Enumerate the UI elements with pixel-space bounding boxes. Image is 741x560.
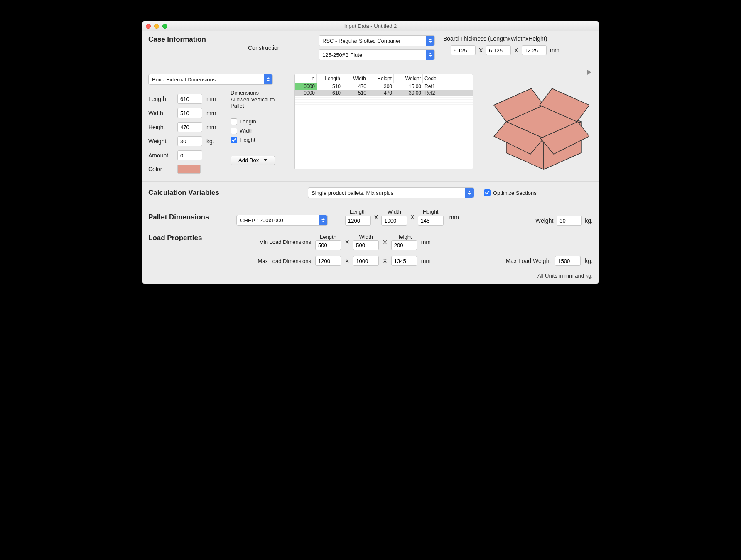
load-width-hdr: Width — [359, 234, 373, 240]
pallet-section: Pallet Dimensions CHEP 1200x1000 Length … — [148, 204, 593, 230]
bt-length-input[interactable] — [451, 45, 476, 55]
x-label: X — [345, 258, 349, 264]
amount-label: Amount — [148, 152, 177, 159]
box-dimensions-select[interactable]: Box - External Dimensions — [148, 74, 273, 85]
cell-n: 0000 — [295, 90, 317, 96]
cell-weight: 15.00 — [394, 83, 423, 90]
unit-kg: kg. — [585, 258, 593, 264]
th-code: Code — [423, 74, 448, 83]
board-thickness-inputs: X X mm — [443, 45, 559, 55]
x-label: X — [383, 239, 387, 246]
chk-width-label: Width — [240, 128, 253, 134]
load-length-hdr: Length — [320, 234, 336, 240]
flute-value: 125-250#B Flute — [322, 52, 362, 58]
pallet-type-select[interactable]: CHEP 1200x1000 — [236, 215, 328, 226]
pallet-weight-input[interactable] — [557, 216, 582, 226]
load-properties-section: Load Properties Min Load Dimensions Leng… — [148, 230, 593, 268]
unit-mm: mm — [421, 239, 431, 246]
unit-kg: kg. — [585, 217, 593, 224]
cell-n: 0000 — [295, 83, 317, 90]
min-length-input[interactable] — [315, 240, 341, 250]
pallet-length-hdr: Length — [350, 209, 366, 215]
cell-code: Ref2 — [423, 90, 448, 96]
optimize-label: Optimize Sections — [493, 190, 537, 196]
min-height-input[interactable] — [391, 240, 417, 250]
construction-select[interactable]: RSC - Regular Slotted Container — [319, 35, 435, 46]
table-row[interactable]: 0000 510 470 300 15.00 Ref1 — [295, 83, 473, 90]
max-length-input[interactable] — [315, 256, 341, 266]
box-table[interactable]: n Length Width Height Weight Code 0000 5… — [294, 74, 473, 169]
calc-mode-value: Single product pallets. Mix surplus — [312, 190, 393, 196]
box-color-swatch[interactable] — [177, 165, 201, 174]
pallet-length-input[interactable] — [345, 216, 371, 226]
pallet-dims-inputs: Length X Width X Height mm — [345, 209, 459, 226]
table-header: n Length Width Height Weight Code — [295, 74, 473, 83]
box-width-input[interactable] — [177, 108, 202, 118]
min-width-input[interactable] — [353, 240, 379, 250]
box-weight-input[interactable] — [177, 136, 202, 146]
cell-length: 510 — [317, 83, 342, 90]
cell-width: 470 — [342, 83, 368, 90]
unit-mm: mm — [449, 214, 459, 221]
box-height-input[interactable] — [177, 122, 202, 132]
x-label: X — [374, 214, 378, 221]
calc-heading: Calculation Variables — [148, 189, 298, 197]
add-box-label: Add Box — [238, 157, 259, 163]
x-label: X — [514, 47, 518, 54]
unit-kg: kg. — [206, 138, 223, 145]
expand-arrow-icon[interactable] — [587, 70, 591, 75]
chk-length[interactable] — [231, 118, 237, 125]
chk-width[interactable] — [231, 128, 237, 134]
bt-width-input[interactable] — [486, 45, 511, 55]
window: Input Data - Untitled 2 Case Information… — [142, 21, 599, 284]
max-load-weight-input[interactable] — [555, 256, 581, 266]
length-label: Length — [148, 96, 177, 102]
cell-height: 470 — [368, 90, 394, 96]
bt-height-input[interactable] — [522, 45, 547, 55]
th-weight: Weight — [394, 74, 423, 83]
chevron-up-down-icon — [426, 36, 434, 46]
chevron-down-icon — [264, 159, 267, 161]
chk-length-label: Length — [240, 118, 256, 125]
dims-allowed-heading: Dimensions Allowed Vertical to Pallet — [231, 90, 276, 109]
unit-mm: mm — [421, 258, 431, 264]
max-load-weight-label: Max Load Weight — [506, 258, 551, 264]
max-load-row: Max Load Dimensions X X mm Max Load Weig… — [236, 256, 593, 266]
box-amount-input[interactable] — [177, 150, 202, 160]
unit-mm: mm — [206, 96, 223, 102]
pallet-width-hdr: Width — [388, 209, 401, 215]
case-info-heading: Case Information — [148, 35, 240, 44]
chevron-up-down-icon — [426, 50, 434, 60]
add-box-button[interactable]: Add Box — [231, 156, 275, 165]
box-illustration — [478, 74, 593, 174]
th-width: Width — [342, 74, 368, 83]
pallet-width-input[interactable] — [381, 216, 407, 226]
chk-height[interactable] — [231, 137, 237, 143]
min-load-label: Min Load Dimensions — [236, 239, 311, 245]
chk-optimize-sections[interactable] — [484, 189, 491, 196]
box-dimensions-value: Box - External Dimensions — [152, 76, 216, 83]
table-row[interactable]: 0000 610 510 470 30.00 Ref2 — [295, 90, 473, 96]
window-title: Input Data - Untitled 2 — [142, 23, 599, 29]
pallet-height-input[interactable] — [418, 216, 444, 226]
cell-width: 510 — [342, 90, 368, 96]
max-height-input[interactable] — [391, 256, 417, 266]
th-height: Height — [368, 74, 394, 83]
load-heading: Load Properties — [148, 234, 231, 266]
width-label: Width — [148, 110, 177, 116]
calc-mode-select[interactable]: Single product pallets. Mix surplus — [308, 187, 474, 198]
th-n: n — [295, 74, 317, 83]
box-length-input[interactable] — [177, 94, 202, 104]
cell-code: Ref1 — [423, 83, 448, 90]
pallet-height-hdr: Height — [423, 209, 439, 215]
chk-height-label: Height — [240, 137, 255, 143]
pallet-weight-label: Weight — [535, 217, 553, 224]
load-rows: Min Load Dimensions Length X Width X Hei… — [236, 234, 593, 266]
max-load-label: Max Load Dimensions — [236, 258, 311, 264]
flute-select[interactable]: 125-250#B Flute — [319, 49, 435, 60]
case-info-section: Case Information Construction RSC - Regu… — [148, 35, 593, 68]
pallet-weight-group: Weight kg. — [464, 216, 593, 226]
x-label: X — [410, 214, 414, 221]
max-width-input[interactable] — [353, 256, 379, 266]
weight-label: Weight — [148, 138, 177, 145]
